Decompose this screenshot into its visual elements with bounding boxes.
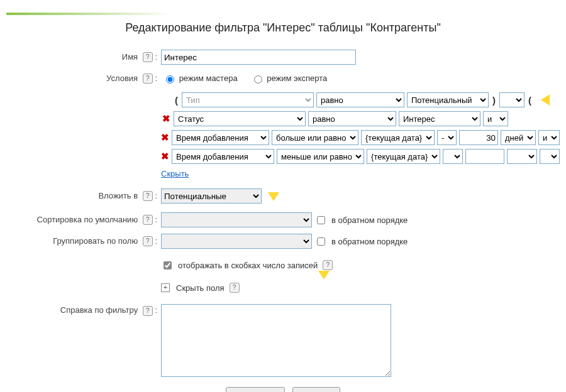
save-button[interactable]: Сохранить [226, 387, 286, 392]
cancel-button[interactable]: Отмена [292, 387, 341, 392]
label-filter-help: Справка по фильтру [60, 305, 138, 315]
cond-op-select[interactable]: меньше или равно [277, 149, 364, 164]
cond-logic-select[interactable]: и [483, 111, 508, 126]
filter-help-textarea[interactable] [161, 304, 391, 377]
cond-field-select[interactable]: Тип [182, 92, 314, 107]
delete-icon[interactable]: ✖ [161, 113, 171, 124]
help-icon[interactable]: ? [323, 260, 333, 270]
condition-row: ✖ Время добавления меньше или равно {тек… [161, 149, 560, 164]
cond-field-select[interactable]: Время добавления [172, 130, 269, 145]
cond-offset-sign[interactable]: - [437, 130, 457, 145]
delete-icon[interactable]: ✖ [161, 132, 169, 143]
condition-row: ✖ ( Тип равно Потенциальный ) ( [161, 92, 560, 107]
cond-op-select[interactable]: равно [308, 111, 396, 126]
open-paren: ( [174, 95, 179, 106]
pointer-arrow-icon [535, 94, 549, 106]
help-icon[interactable]: ? [143, 52, 153, 62]
cond-offset-value[interactable] [465, 149, 504, 164]
cond-value-select[interactable]: Потенциальный [407, 92, 489, 107]
label-nest-in: Вложить в [98, 191, 138, 200]
radio-mode-master[interactable]: режим мастера [161, 74, 238, 83]
pointer-arrow-icon [318, 271, 330, 283]
radio-mode-expert[interactable]: режим эксперта [249, 74, 328, 83]
hide-link[interactable]: Скрыть [161, 169, 189, 178]
help-icon[interactable]: ? [143, 191, 153, 201]
reverse-sort-checkbox[interactable] [317, 216, 325, 224]
label-reverse-order: в обратном порядке [331, 237, 408, 246]
condition-row: ✖ Время добавления больше или равно {тек… [161, 130, 560, 145]
open-paren: ( [527, 95, 533, 106]
cond-field-select[interactable]: Время добавления [172, 149, 274, 164]
cond-offset-sign[interactable] [443, 149, 463, 164]
help-icon[interactable]: ? [230, 283, 240, 293]
cond-logic-select[interactable]: и [538, 130, 560, 145]
label-conditions: Условия [106, 74, 138, 83]
show-count-checkbox[interactable] [164, 261, 172, 270]
cond-offset-value[interactable] [459, 130, 498, 145]
expand-icon[interactable]: + [161, 283, 170, 292]
cond-logic-select[interactable] [540, 149, 560, 164]
condition-row: ✖ Статус равно Интерес и [161, 111, 560, 126]
nest-in-select[interactable]: Потенциальные [161, 188, 262, 204]
close-paren: ) [491, 95, 497, 106]
group-by-select[interactable] [161, 234, 312, 249]
label-reverse-order: в обратном порядке [331, 215, 408, 225]
help-icon[interactable]: ? [143, 236, 153, 246]
help-icon[interactable]: ? [143, 74, 153, 84]
cond-value-select[interactable]: {текущая дата} [367, 149, 440, 164]
name-input[interactable] [161, 50, 356, 65]
cond-op-select[interactable]: больше или равно [272, 130, 358, 145]
delete-icon[interactable]: ✖ [161, 151, 169, 162]
label-hide-fields: Скрыть поля [176, 283, 225, 293]
page-title: Редактирование фильтра "Интерес" таблицы… [6, 21, 560, 35]
cond-value-select[interactable]: {текущая дата} [361, 130, 435, 145]
label-default-sort: Сортировка по умолчанию [37, 215, 138, 224]
help-icon[interactable]: ? [143, 215, 153, 225]
cond-offset-unit[interactable] [507, 149, 537, 164]
default-sort-select[interactable] [161, 212, 312, 227]
cond-offset-unit[interactable]: дней [501, 130, 536, 145]
label-group-by: Группировать по полю [53, 236, 138, 246]
label-name: Имя [122, 52, 138, 62]
label-show-count: отображать в скобках число записей [178, 261, 318, 270]
cond-op-select[interactable]: равно [316, 92, 404, 107]
cond-value-select[interactable]: Интерес [399, 111, 480, 126]
cond-field-select[interactable]: Статус [174, 111, 306, 126]
reverse-group-checkbox[interactable] [317, 237, 325, 246]
cond-logic-select[interactable] [499, 92, 524, 107]
help-icon[interactable]: ? [143, 306, 153, 316]
pointer-arrow-icon [268, 192, 279, 205]
